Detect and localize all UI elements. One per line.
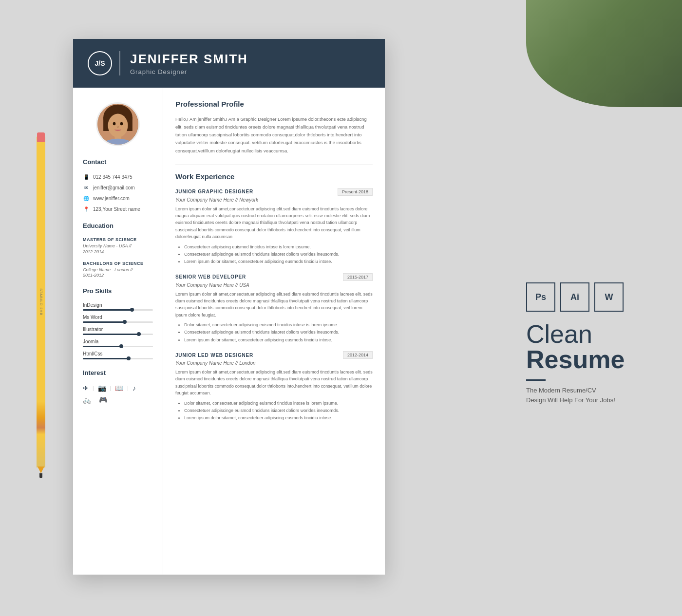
interests-section-title: Interest [83,369,153,378]
brand-clean-text: Clean [526,321,653,347]
skill-bar-fill [83,309,132,311]
svg-point-4 [113,122,116,126]
contact-website-item: 🌐 www.jeniffer.com [83,195,153,202]
bg-plant-decoration [526,0,682,107]
interest-divider: | [127,386,129,391]
interest-camera-icon: 📷 [98,384,106,392]
bullet-item: Dolor sitamet, consectetuer adipiscing e… [184,400,373,407]
edu-school-1: University Name - USA // [83,243,153,249]
contact-section-title: Contact [83,158,153,168]
svg-point-5 [120,122,123,126]
job-title-2: SENIOR WEB DEVELOPER [175,274,246,280]
job-company-2: Your Company Name Here // USA [175,282,373,288]
skills-section: Pro Skills InDesign Ms Word Illustrator [83,287,153,359]
bullet-item: Consectetuer adipiscinge euismod tincidu… [184,251,373,258]
phone-icon: 📱 [83,173,90,180]
skill-bar-fill [83,334,139,335]
skill-msword: Ms Word [83,315,153,323]
education-section: Education MASTERS OF SCIENCE University … [83,222,153,278]
job-date-3: 2012-2014 [343,351,373,359]
job-bullets-1: Consectetuer adipiscing euismod tincidus… [175,243,373,266]
work-experience-section: Work Experience JUNIOR GRAPHIC DESIGNER … [175,172,373,422]
job-desc-3: Lorem ipsum dolor sit amet,consectetuer … [175,369,373,397]
job-date-2: 2015-2017 [343,273,373,281]
pencil-label: STABILO 2HB [39,288,43,316]
job-item-1: JUNIOR GRAPHIC DESIGNER Present-2018 You… [175,188,373,266]
job-date-1: Present-2018 [338,188,373,196]
pencil-decoration: STABILO 2HB [37,136,45,467]
logo-initials: J/S [95,59,105,67]
work-experience-title: Work Experience [175,172,373,183]
website-icon: 🌐 [83,195,90,202]
job-header-3: JUNIOR LED WEB DESIGNER 2012-2014 [175,351,373,359]
photoshop-icon-box: Ps [526,282,555,312]
resume-sidebar: Contact 📱 012 345 744 3475 ✉ jeniffer@gm… [73,88,163,575]
skill-bar-fill [83,321,125,323]
contact-address-item: 📍 123,Your Street name [83,205,153,212]
edu-year-2: 2011-2012 [83,273,153,278]
contact-phone-item: 📱 012 345 744 3475 [83,173,153,180]
pencil-eraser [37,132,45,142]
ps-label: Ps [535,292,546,302]
ai-label: Ai [570,292,579,302]
contact-phone: 012 345 744 3475 [93,174,133,180]
candidate-title: Graphic Designer [130,68,248,75]
bullet-item: Lorem ipsum dolor sitamet, consectetuer … [184,414,373,422]
svg-point-3 [108,114,128,138]
section-divider-1 [175,165,373,165]
header-logo: J/S [88,51,112,75]
skill-joomla: Joomla [83,339,153,347]
interest-game-icon: 🎮 [99,396,107,404]
interest-bike-icon: 🚲 [83,396,91,404]
contact-address: 123,Your Street name [93,206,140,212]
profile-text: Hello,I Am jeniffer Smith.I Am a Graphic… [175,115,373,155]
email-icon: ✉ [83,184,90,191]
brand-divider [526,379,546,381]
edu-degree-2: BACHELORS OF SCIENCE [83,261,153,266]
resume-document: J/S JENIFFER SMITH Graphic Designer [73,39,385,575]
brand-resume-text: Resume [526,347,653,372]
edu-year-1: 2012-2014 [83,249,153,254]
software-icons-row: Ps Ai W [526,282,653,312]
avatar-illustration [97,102,138,146]
interest-icons-row: ✈ | 📷 | 📖 | ♪ [83,384,153,392]
interest-plane-icon: ✈ [83,384,89,392]
education-item-masters: MASTERS OF SCIENCE University Name - USA… [83,237,153,254]
avatar-container [83,102,153,146]
location-icon: 📍 [83,205,90,212]
education-section-title: Education [83,222,153,231]
job-desc-2: Lorem ipsum dolor sit amet,consectetuer … [175,291,373,319]
job-bullets-2: Dolor sitamet, consectetuer adipiscing e… [175,321,373,344]
bullet-item: Consectetuer adipiscinge euismod tincidu… [184,407,373,414]
skill-bar-bg [83,358,153,359]
interest-book-icon: 📖 [115,384,123,392]
interests-section: Interest ✈ | 📷 | 📖 | ♪ 🚲 🎮 [83,369,153,404]
bullet-item: Lorem ipsum dolor sitamet, consectetuer … [184,336,373,344]
job-title-1: JUNIOR GRAPHIC DESIGNER [175,189,253,194]
job-bullets-3: Dolor sitamet, consectetuer adipiscing e… [175,400,373,422]
skills-section-title: Pro Skills [83,287,153,297]
candidate-name: JENIFFER SMITH [130,52,248,67]
avatar [96,102,140,146]
job-item-2: SENIOR WEB DEVELOPER 2015-2017 Your Comp… [175,273,373,344]
job-header-1: JUNIOR GRAPHIC DESIGNER Present-2018 [175,188,373,196]
contact-website: www.jeniffer.com [93,196,130,201]
illustrator-icon-box: Ai [560,282,589,312]
contact-email: jeniffer@gmail.com [93,185,135,190]
main-content: Professional Profile Hello,I Am jeniffer… [163,88,385,575]
bullet-item: Dolor sitamet, consectetuer adipiscing e… [184,321,373,329]
pencil-tip [39,473,42,478]
skill-illustrator: Illustrator [83,327,153,335]
branding-panel: Ps Ai W Clean Resume The Modern Resume/C… [526,282,653,405]
skill-bar-bg [83,346,153,347]
interest-divider: | [110,386,112,391]
resume-header: J/S JENIFFER SMITH Graphic Designer [73,39,385,88]
skill-bar-bg [83,334,153,335]
word-icon-box: W [594,282,624,312]
brand-title-block: Clean Resume [526,321,653,372]
interest-music-icon: ♪ [133,384,136,392]
job-desc-1: Lorem ipsum dolor sit amet,consectetuer … [175,205,373,241]
skill-bar-bg [83,309,153,311]
skill-bar-bg [83,321,153,323]
w-label: W [605,292,613,302]
